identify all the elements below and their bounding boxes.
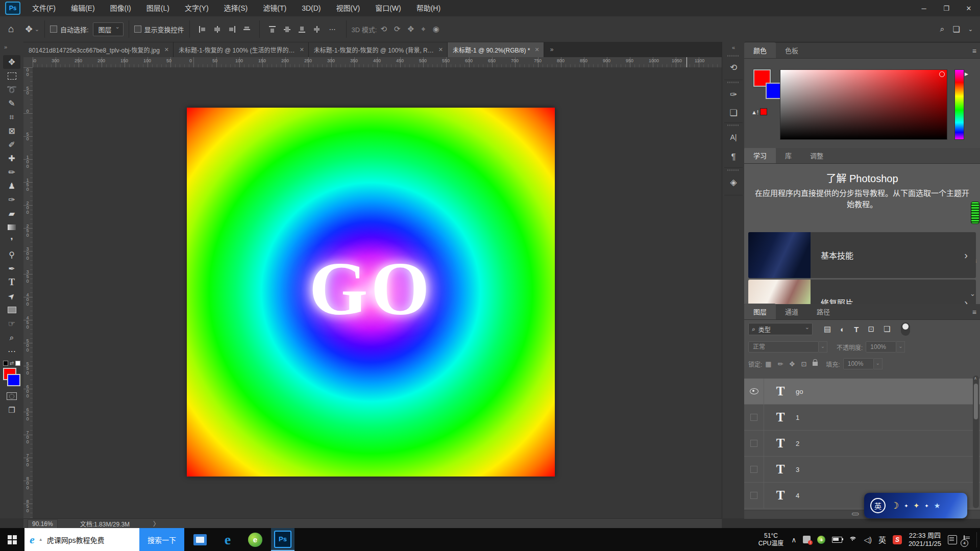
minimize-button-icon[interactable]: ─ (913, 0, 935, 16)
auto-select-checkbox[interactable] (50, 26, 57, 33)
scrollbar-thumb[interactable] (974, 384, 978, 419)
workspace-icon[interactable]: ❏ (952, 24, 960, 34)
align-right-icon[interactable] (228, 26, 236, 33)
auto-select-target-dropdown[interactable]: 图层 (93, 22, 124, 36)
layer-row-1[interactable]: T1 (744, 405, 980, 431)
swap-colors-icon[interactable]: ⇄ (3, 360, 20, 366)
learn-card-1[interactable]: 基本技能› (748, 232, 976, 278)
opacity-value[interactable]: 100% (866, 341, 896, 353)
eraser-tool[interactable]: ▰ (3, 207, 20, 220)
learn-tab-1[interactable]: 学习 (744, 148, 776, 163)
text-layer-thumbnail[interactable]: T (771, 382, 790, 400)
status-options-arrow-icon[interactable]: 〉 (153, 519, 159, 528)
menu-6[interactable]: 选择(S) (216, 0, 256, 16)
gradient-tool[interactable] (3, 220, 20, 234)
close-tab-icon[interactable]: ✕ (164, 46, 169, 53)
lock-artboard-icon[interactable]: ⊡ (801, 360, 806, 368)
more-options-icon[interactable]: ⋯ (329, 26, 336, 33)
panel-menu-icon[interactable]: ≡ (972, 308, 976, 316)
360-safe-icon[interactable]: + (817, 536, 825, 544)
layer-name[interactable]: go (796, 388, 803, 395)
rectangular-marquee-tool[interactable] (3, 69, 20, 83)
home-icon[interactable]: ⌂ (8, 23, 14, 35)
taskbar-search-box[interactable]: e ▲ 虎课网ps教程免费 (24, 528, 139, 551)
move-tool-option-icon[interactable]: ✥ (25, 24, 32, 35)
menu-11[interactable]: 帮助(H) (409, 0, 448, 16)
visibility-toggle[interactable] (744, 483, 764, 508)
layer-row-3[interactable]: T3 (744, 457, 980, 483)
text-layer-thumbnail[interactable]: T (771, 408, 790, 427)
rectangle-shape-tool[interactable] (3, 303, 20, 317)
menu-2[interactable]: 编辑(E) (63, 0, 103, 16)
brush-tool[interactable]: ✏ (3, 165, 20, 179)
layer-name[interactable]: 3 (796, 466, 799, 473)
3d-slide-icon[interactable]: ⌖ (421, 24, 425, 34)
battery-icon[interactable] (832, 537, 842, 543)
zoom-level-field[interactable]: 90.16% (28, 519, 58, 529)
filter-type-layers-icon[interactable]: T (854, 325, 859, 334)
learn-card-2[interactable]: 修复照片› (748, 280, 976, 304)
foreground-background-swatches[interactable] (3, 368, 20, 386)
restore-button-icon[interactable]: ❐ (935, 0, 958, 16)
scroll-up-icon[interactable]: ∧ (974, 376, 977, 381)
visibility-toggle[interactable] (744, 405, 764, 430)
history-brush-tool[interactable]: ✑ (3, 193, 20, 207)
wifi-icon[interactable] (849, 537, 857, 542)
search-icon[interactable]: ⌕ (940, 24, 944, 34)
layers-tab-2[interactable]: 通道 (776, 304, 807, 319)
chevron-down-icon[interactable]: ⌄ (968, 26, 973, 33)
filter-adjustment-layers-icon[interactable]: ◐ (840, 325, 845, 334)
taskbar-app-photoshop[interactable]: Ps (271, 528, 295, 551)
path-selection-tool[interactable]: ➤ (3, 289, 20, 303)
layer-row-2[interactable]: T2 (744, 431, 980, 457)
layers-scrollbar[interactable]: ∧ (973, 375, 979, 508)
menu-9[interactable]: 视图(V) (328, 0, 368, 16)
3d-pan-icon[interactable]: ✥ (408, 24, 414, 34)
distribute-vertical-icon[interactable] (313, 26, 321, 33)
3d-roll-icon[interactable]: ⟳ (394, 24, 401, 34)
chevron-down-icon[interactable]: ⌄ (874, 358, 883, 369)
quick-mask-tool[interactable] (3, 389, 20, 403)
close-tab-icon[interactable]: ✕ (438, 46, 443, 53)
layer-name[interactable]: 2 (796, 440, 799, 447)
hue-slider[interactable] (954, 69, 964, 140)
zoom-tool[interactable]: ⌕ (3, 331, 20, 344)
menu-10[interactable]: 窗口(W) (368, 0, 409, 16)
align-bottom-icon[interactable] (298, 26, 306, 33)
screen-mode-tool[interactable]: ❐ (3, 403, 20, 417)
chevron-down-icon[interactable]: ⌄ (35, 26, 39, 33)
layers-tab-1[interactable]: 图层 (744, 304, 776, 319)
color-tab-1[interactable]: 颜色 (744, 42, 776, 58)
lock-position-icon[interactable]: ✥ (790, 360, 795, 368)
layer-name[interactable]: 4 (796, 492, 799, 499)
taskbar-app-edge[interactable]: e (216, 528, 239, 551)
lock-pixels-icon[interactable]: ✏ (778, 360, 783, 368)
link-layers-icon[interactable]: ⊂⊃ (851, 511, 857, 517)
pen-tool[interactable]: ✒ (3, 262, 20, 276)
layers-tab-3[interactable]: 路径 (807, 304, 839, 319)
taskbar-app-360-browser[interactable]: e (243, 528, 267, 551)
ime-status-popup[interactable]: 英 ☽ ✦ ✦ ✦ ★ (864, 493, 967, 518)
menu-1[interactable]: 文件(F) (24, 0, 63, 16)
spot-healing-tool[interactable]: ✚ (3, 152, 20, 165)
cpu-temperature[interactable]: 51°C CPU温度 (758, 532, 783, 547)
document-tab-3[interactable]: 未标题-1-恢复的-恢复的 @ 100% (背景, R…✕ (309, 42, 448, 57)
3d-camera-icon[interactable]: ◉ (433, 24, 439, 34)
menu-5[interactable]: 文字(Y) (177, 0, 216, 16)
align-left-icon[interactable] (199, 26, 206, 33)
paragraph-panel-icon[interactable]: ¶ (722, 152, 745, 162)
clone-stamp-tool[interactable]: ♟ (3, 179, 20, 193)
expand-panels-icon[interactable]: « (722, 42, 745, 54)
document-canvas[interactable]: GO (187, 108, 555, 477)
tray-expand-icon[interactable]: ∧ (791, 536, 796, 544)
notes-icon[interactable] (948, 535, 957, 544)
properties-panel-icon[interactable]: ◈ (722, 177, 745, 188)
learn-tab-2[interactable]: 库 (776, 148, 801, 163)
history-panel-icon[interactable]: ⟲ (722, 62, 745, 73)
text-layer-thumbnail[interactable]: T (771, 460, 790, 479)
panel-menu-icon[interactable]: ≡ (972, 47, 976, 55)
chevron-down-icon[interactable]: ⌄ (896, 341, 905, 353)
taskbar-app-photos[interactable] (188, 528, 212, 551)
align-top-icon[interactable] (268, 26, 276, 33)
tools-panel-collapse-icon[interactable]: » (0, 42, 23, 55)
